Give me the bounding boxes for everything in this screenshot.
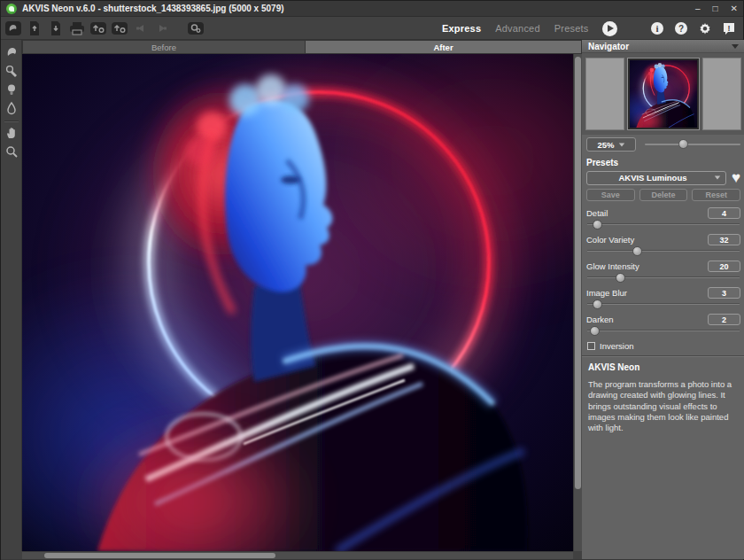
feedback-icon[interactable]: !: [719, 19, 738, 37]
print-icon[interactable]: [67, 19, 86, 37]
horizontal-scrollbar[interactable]: [22, 551, 573, 559]
settings-panel: Navigator 25% Presets AKVIS: [582, 40, 744, 559]
slider-knob[interactable]: [616, 273, 625, 283]
vertical-scrollbar-thumb[interactable]: [575, 57, 581, 489]
zoom-value: 25%: [597, 140, 614, 150]
chevron-down-icon: [732, 44, 739, 49]
slider-value[interactable]: 2: [708, 314, 740, 325]
hand-tool-icon[interactable]: [3, 124, 20, 142]
slider-value[interactable]: 32: [708, 234, 740, 245]
preset-dropdown[interactable]: AKVIS Luminous: [586, 171, 726, 185]
zoom-slider[interactable]: [645, 139, 740, 150]
open-image-icon[interactable]: [25, 19, 43, 37]
window-title: AKVIS Neon v.6.0 - shutterstock_14383938…: [22, 4, 284, 13]
svg-text:?: ?: [678, 24, 683, 34]
slider-track[interactable]: [586, 219, 740, 230]
slider-label: Darken: [586, 315, 614, 324]
navigator-title: Navigator: [588, 42, 629, 51]
navigator-side-right: [702, 58, 741, 130]
hints-text: The program transforms a photo into a dr…: [588, 379, 739, 434]
app-logo-icon: [6, 4, 17, 14]
slider-label: Image Blur: [586, 288, 627, 298]
tab-advanced[interactable]: Advanced: [495, 23, 540, 34]
chevron-down-icon: [715, 176, 720, 180]
navigator-thumbnail[interactable]: [627, 58, 700, 130]
settings-gear-icon[interactable]: [695, 19, 714, 37]
horizontal-scrollbar-thumb[interactable]: [44, 553, 275, 558]
svg-text:i: i: [655, 23, 658, 34]
slider-image-blur: Image Blur 3: [586, 287, 740, 310]
main-toolbar: Express Advanced Presets i ? !: [1, 17, 743, 40]
slider-track[interactable]: [586, 299, 740, 310]
presets-label: Presets: [586, 158, 740, 167]
slider-label: Detail: [586, 208, 608, 218]
slider-label: Glow Intensity: [586, 261, 639, 271]
tab-express[interactable]: Express: [442, 23, 481, 34]
slider-knob[interactable]: [632, 246, 642, 256]
app-window: AKVIS Neon v.6.0 - shutterstock_14383938…: [0, 0, 744, 560]
help-icon[interactable]: ?: [671, 19, 690, 37]
hints-title: AKVIS Neon: [588, 362, 739, 372]
zoom-tool-icon[interactable]: [3, 143, 20, 160]
run-button[interactable]: [602, 21, 617, 36]
akvis-logo-icon[interactable]: [4, 19, 22, 37]
slider-detail: Detail 4: [586, 207, 740, 230]
slider-value[interactable]: 4: [708, 207, 740, 219]
slider-darken: Darken 2: [586, 314, 740, 337]
redo-icon[interactable]: [152, 19, 171, 37]
mode-switcher: Express Advanced Presets: [442, 17, 617, 40]
save-preset-button[interactable]: Save: [586, 189, 635, 201]
slider-track[interactable]: [586, 325, 740, 337]
slider-label: Color Variety: [586, 235, 634, 245]
publish-image-icon[interactable]: [110, 19, 128, 37]
slider-value[interactable]: 20: [708, 261, 740, 272]
quick-preview-icon[interactable]: [3, 43, 20, 61]
vertical-scrollbar[interactable]: [573, 54, 582, 551]
slider-knob[interactable]: [593, 299, 602, 309]
titlebar: AKVIS Neon v.6.0 - shutterstock_14383938…: [1, 1, 743, 17]
tool-panel: [1, 40, 22, 557]
neon-statue-image: [22, 54, 573, 551]
navigator-preview: [582, 53, 744, 135]
history-brush-icon[interactable]: [3, 62, 20, 80]
navigator-side-left: [585, 58, 624, 130]
slider-glow-intensity: Glow Intensity 20: [586, 261, 740, 284]
navigator-header[interactable]: Navigator: [582, 40, 744, 53]
save-image-icon[interactable]: [46, 19, 65, 37]
tab-before[interactable]: Before: [22, 40, 306, 54]
smudge-tool-icon[interactable]: [3, 99, 20, 117]
favorite-heart-icon[interactable]: ♥: [732, 170, 740, 185]
slider-track[interactable]: [586, 245, 740, 257]
svg-text:!: !: [727, 24, 730, 33]
image-canvas[interactable]: [22, 54, 573, 551]
preset-selected: AKVIS Luminous: [592, 173, 714, 183]
slider-value[interactable]: 3: [708, 287, 740, 299]
info-icon[interactable]: i: [647, 19, 666, 37]
undo-icon[interactable]: [131, 19, 150, 37]
inversion-label: Inversion: [600, 341, 634, 351]
tool-divider: [4, 121, 19, 121]
delete-preset-button[interactable]: Delete: [639, 189, 688, 201]
chevron-down-icon: [618, 143, 624, 146]
tab-presets[interactable]: Presets: [554, 23, 589, 34]
tab-after[interactable]: After: [306, 40, 582, 54]
slider-knob[interactable]: [593, 220, 602, 229]
share-image-icon[interactable]: [89, 19, 107, 37]
batch-processing-icon[interactable]: [186, 19, 205, 37]
slider-track[interactable]: [586, 272, 740, 284]
slider-color-variety: Color Variety 32: [586, 234, 740, 257]
minimize-button[interactable]: –: [695, 4, 701, 13]
reset-preset-button[interactable]: Reset: [692, 189, 740, 201]
inversion-checkbox[interactable]: [587, 342, 595, 350]
glow-brush-icon[interactable]: [3, 81, 20, 98]
hints-panel: AKVIS Neon The program transforms a phot…: [582, 355, 744, 440]
slider-knob[interactable]: [590, 326, 600, 336]
close-button[interactable]: ✕: [731, 4, 738, 13]
maximize-button[interactable]: □: [713, 4, 718, 13]
zoom-slider-knob[interactable]: [678, 139, 688, 149]
zoom-select[interactable]: 25%: [586, 137, 636, 152]
